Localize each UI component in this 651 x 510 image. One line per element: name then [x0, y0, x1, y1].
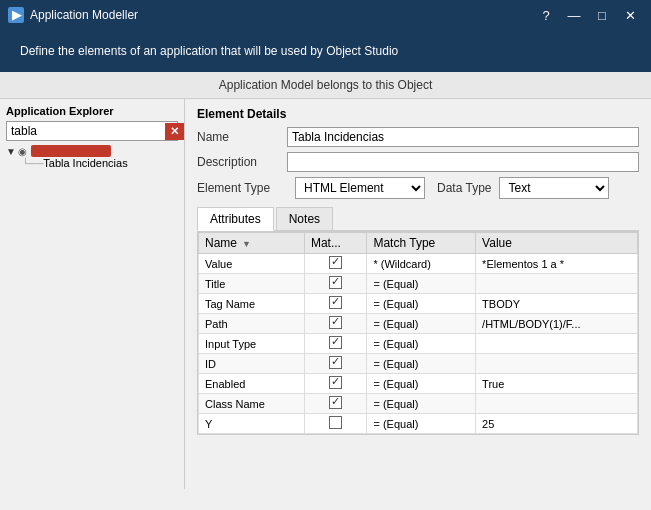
redacted-label: [31, 145, 111, 157]
data-type-label: Data Type: [437, 181, 491, 195]
table-row: Y= (Equal)25: [199, 414, 638, 434]
attr-value-cell: [476, 354, 638, 374]
col-header-value: Value: [476, 233, 638, 254]
attr-matchtype-cell: = (Equal): [367, 394, 476, 414]
attr-match-cell[interactable]: [304, 394, 367, 414]
filter-icon: ▼: [242, 239, 251, 249]
checkbox-unchecked-icon: [329, 416, 342, 429]
window-controls: ? — □ ✕: [533, 5, 643, 25]
explorer-title: Application Explorer: [6, 105, 178, 117]
attr-value-cell: True: [476, 374, 638, 394]
window-title: Application Modeller: [30, 8, 533, 22]
col-header-matchtype: Match Type: [367, 233, 476, 254]
attr-value-cell: [476, 334, 638, 354]
attr-name-cell: Input Type: [199, 334, 305, 354]
child-label: Tabla Incidencias: [43, 157, 127, 169]
checkbox-checked-icon: [329, 316, 342, 329]
tree-connector: └──: [22, 158, 43, 169]
attr-name-cell: Title: [199, 274, 305, 294]
table-row: Class Name= (Equal): [199, 394, 638, 414]
attr-match-cell[interactable]: [304, 314, 367, 334]
attr-name-cell: Value: [199, 254, 305, 274]
attr-match-cell[interactable]: [304, 374, 367, 394]
attr-match-cell[interactable]: [304, 334, 367, 354]
attr-matchtype-cell: = (Equal): [367, 294, 476, 314]
tab-attributes[interactable]: Attributes: [197, 207, 274, 231]
attr-name-cell: Class Name: [199, 394, 305, 414]
checkbox-checked-icon: [329, 336, 342, 349]
attr-name-cell: Path: [199, 314, 305, 334]
tree-parent-item[interactable]: ▼ ◉: [6, 145, 178, 157]
name-input[interactable]: [287, 127, 639, 147]
table-row: Input Type= (Equal): [199, 334, 638, 354]
name-field-row: Name: [197, 127, 639, 147]
close-button[interactable]: ✕: [617, 5, 643, 25]
attr-match-cell[interactable]: [304, 354, 367, 374]
table-row: Path= (Equal)/HTML/BODY(1)/F...: [199, 314, 638, 334]
element-type-select[interactable]: HTML Element: [295, 177, 425, 199]
attr-value-cell: *Elementos 1 a *: [476, 254, 638, 274]
left-panel: Application Explorer ✕ ▼ ◉ └── Tabla Inc…: [0, 99, 185, 489]
attr-value-cell: [476, 274, 638, 294]
tree-child-item[interactable]: └── Tabla Incidencias: [22, 157, 178, 169]
right-panel: Element Details Name Description Element…: [185, 99, 651, 489]
attr-matchtype-cell: = (Equal): [367, 414, 476, 434]
table-wrapper: Name ▼ Mat... Match Type Value: [197, 231, 639, 435]
tree-parent-icon: ◉: [18, 146, 27, 157]
attr-value-cell: TBODY: [476, 294, 638, 314]
attr-value-cell: /HTML/BODY(1)/F...: [476, 314, 638, 334]
checkbox-checked-icon: [329, 396, 342, 409]
checkbox-checked-icon: [329, 276, 342, 289]
tree-area: ▼ ◉ └── Tabla Incidencias: [6, 145, 178, 483]
data-type-select[interactable]: Text: [499, 177, 609, 199]
table-row: ID= (Equal): [199, 354, 638, 374]
section-title: Element Details: [197, 107, 639, 121]
attr-matchtype-cell: * (Wildcard): [367, 254, 476, 274]
expand-icon: ▼: [6, 146, 16, 157]
name-label: Name: [197, 130, 287, 144]
element-type-label: Element Type: [197, 181, 287, 195]
search-input[interactable]: [7, 122, 165, 140]
attr-name-cell: Tag Name: [199, 294, 305, 314]
tab-notes[interactable]: Notes: [276, 207, 333, 230]
maximize-button[interactable]: □: [589, 5, 615, 25]
description-label: Description: [197, 155, 287, 169]
table-row: Tag Name= (Equal)TBODY: [199, 294, 638, 314]
checkbox-checked-icon: [329, 356, 342, 369]
subheader: Application Model belongs to this Object: [0, 72, 651, 99]
checkbox-checked-icon: [329, 256, 342, 269]
attr-matchtype-cell: = (Equal): [367, 374, 476, 394]
attr-name-cell: Y: [199, 414, 305, 434]
col-header-name: Name ▼: [199, 233, 305, 254]
help-button[interactable]: ?: [533, 5, 559, 25]
search-box: ✕: [6, 121, 178, 141]
attr-match-cell[interactable]: [304, 294, 367, 314]
col-header-match: Mat...: [304, 233, 367, 254]
attr-match-cell[interactable]: [304, 254, 367, 274]
header-banner: Define the elements of an application th…: [0, 30, 651, 72]
attr-matchtype-cell: = (Equal): [367, 314, 476, 334]
table-row: Value* (Wildcard)*Elementos 1 a *: [199, 254, 638, 274]
attributes-table: Name ▼ Mat... Match Type Value: [198, 232, 638, 434]
attr-match-cell[interactable]: [304, 414, 367, 434]
table-scroll[interactable]: Name ▼ Mat... Match Type Value: [197, 231, 639, 435]
attr-name-cell: Enabled: [199, 374, 305, 394]
search-clear-button[interactable]: ✕: [165, 123, 184, 140]
attr-match-cell[interactable]: [304, 274, 367, 294]
header-text: Define the elements of an application th…: [20, 44, 398, 58]
tab-bar: Attributes Notes: [197, 207, 639, 231]
attr-name-cell: ID: [199, 354, 305, 374]
table-row: Title= (Equal): [199, 274, 638, 294]
attr-matchtype-cell: = (Equal): [367, 354, 476, 374]
description-input[interactable]: [287, 152, 639, 172]
title-bar: ▶ Application Modeller ? — □ ✕: [0, 0, 651, 30]
app-icon: ▶: [8, 7, 24, 23]
table-row: Enabled= (Equal)True: [199, 374, 638, 394]
minimize-button[interactable]: —: [561, 5, 587, 25]
checkbox-checked-icon: [329, 376, 342, 389]
attr-matchtype-cell: = (Equal): [367, 334, 476, 354]
attr-value-cell: [476, 394, 638, 414]
checkbox-checked-icon: [329, 296, 342, 309]
description-field-row: Description: [197, 152, 639, 172]
type-row: Element Type HTML Element Data Type Text: [197, 177, 639, 199]
